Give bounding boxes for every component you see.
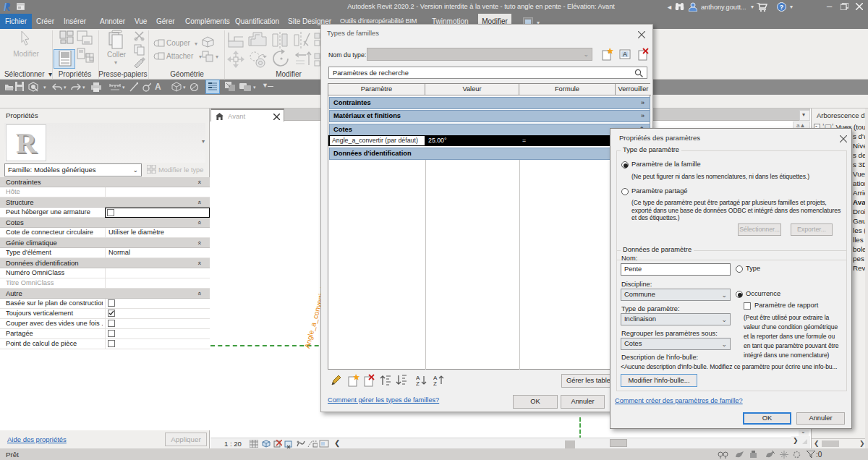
svg-text:Z: Z — [433, 380, 437, 386]
svg-text:Z: Z — [416, 380, 420, 386]
svg-text:?: ? — [780, 4, 784, 11]
svg-text:A: A — [623, 51, 627, 58]
